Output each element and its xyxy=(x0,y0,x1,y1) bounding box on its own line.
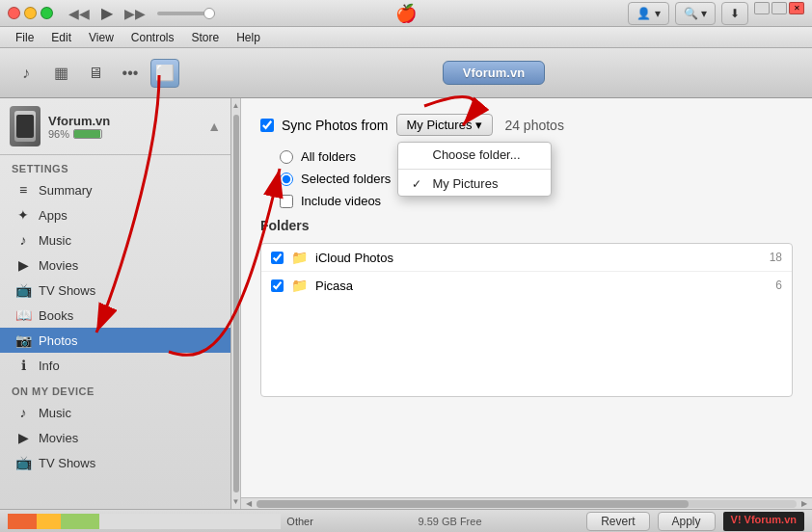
sidebar-label-movies-device: Movies xyxy=(39,431,78,445)
sidebar-scroll-up[interactable]: ▲ xyxy=(207,119,221,134)
win-control-2[interactable] xyxy=(771,2,787,14)
sidebar-label-info: Info xyxy=(39,359,60,373)
empty-check xyxy=(412,148,425,162)
music-icon[interactable]: ♪ xyxy=(12,59,41,88)
sidebar-item-music-device[interactable]: ♪ Music xyxy=(0,400,230,425)
device-info: Vforum.vn 96% ▲ xyxy=(0,98,230,155)
on-my-device-label: On My Device xyxy=(0,378,230,400)
video-icon[interactable]: ▦ xyxy=(46,59,75,88)
sidebar-item-apps[interactable]: ✦ Apps xyxy=(0,202,230,227)
sidebar-item-movies[interactable]: ▶ Movies xyxy=(0,253,230,278)
maximize-button[interactable] xyxy=(41,7,53,19)
icloud-check[interactable] xyxy=(271,252,284,264)
sidebar-item-summary[interactable]: ≡ Summary xyxy=(0,177,230,202)
sync-from-label: My Pictures xyxy=(407,118,473,132)
device-details: Vforum.vn 96% xyxy=(48,114,110,140)
battery-info: 96% xyxy=(48,128,110,140)
close-button[interactable] xyxy=(8,7,20,19)
nav-arrows: ◀◀ ▶ ▶▶ xyxy=(65,2,149,24)
radio-selected-input[interactable] xyxy=(280,173,293,186)
more-icon[interactable]: ••• xyxy=(116,59,145,88)
folder-icon-picasa: 📁 xyxy=(291,278,308,293)
sidebar-item-tvshows[interactable]: 📺 TV Shows xyxy=(0,278,230,303)
device-thumbnail xyxy=(10,106,41,146)
main-layout: Vforum.vn 96% ▲ Settings ≡ Summary ✦ App… xyxy=(0,98,812,509)
sidebar-item-music[interactable]: ♪ Music xyxy=(0,227,230,253)
h-scroll-left[interactable]: ◀ xyxy=(243,499,255,508)
folders-title: Folders xyxy=(260,218,793,233)
sidebar-label-music: Music xyxy=(39,233,71,248)
folders-list: 📁 iCloud Photos 18 📁 Picasa 6 xyxy=(260,243,793,397)
sidebar-scroll: Settings ≡ Summary ✦ Apps ♪ Music ▶ Movi… xyxy=(0,155,230,509)
folder-icon-icloud: 📁 xyxy=(291,250,308,265)
h-scrollbar: ◀ ▶ xyxy=(241,497,812,509)
menu-file[interactable]: File xyxy=(8,29,41,46)
forward-button[interactable]: ▶▶ xyxy=(121,2,149,24)
movies-device-icon: ▶ xyxy=(15,430,31,445)
checked-icon: ✓ xyxy=(412,177,425,191)
battery-bar xyxy=(73,129,102,139)
toolbar-icons: ♪ ▦ 🖥 ••• ⬜ xyxy=(12,59,179,88)
play-button[interactable]: ▶ xyxy=(95,2,119,24)
sync-from-button[interactable]: My Pictures ▾ Choose folder... ✓ My xyxy=(396,114,494,136)
storage-bar xyxy=(8,514,281,529)
dropdown-divider xyxy=(398,169,551,170)
folder-row-picasa: 📁 Picasa 6 xyxy=(261,272,792,299)
content-scroll-up[interactable]: ▲ xyxy=(231,98,242,113)
menu-bar: File Edit View Controls Store Help xyxy=(0,27,812,48)
include-videos-label: Include videos xyxy=(301,194,381,208)
tablet-icon[interactable]: ⬜ xyxy=(150,59,179,88)
picasa-check[interactable] xyxy=(271,279,284,292)
h-scroll-thumb[interactable] xyxy=(257,500,689,508)
h-scroll-right[interactable]: ▶ xyxy=(798,499,810,508)
brand-logo: V! Vforum.vn xyxy=(723,512,804,531)
music-segment xyxy=(8,514,37,529)
folder-count-icloud: 18 xyxy=(770,251,782,264)
sidebar-label-apps: Apps xyxy=(39,208,68,223)
menu-edit[interactable]: Edit xyxy=(43,29,79,46)
status-actions: Revert Apply V! Vforum.vn xyxy=(586,512,804,531)
win-control-3[interactable]: ✕ xyxy=(789,2,804,14)
apply-button[interactable]: Apply xyxy=(658,512,716,531)
sidebar-label-tvshows-device: TV Shows xyxy=(39,456,95,470)
include-videos-checkbox[interactable] xyxy=(280,195,293,208)
sync-photos-label: Sync Photos from xyxy=(282,118,389,133)
sync-checkbox[interactable] xyxy=(260,119,274,132)
minimize-button[interactable] xyxy=(24,7,37,19)
download-button[interactable]: ⬇ xyxy=(721,2,748,25)
apps-icon: ✦ xyxy=(15,207,31,223)
device-name: Vforum.vn xyxy=(48,114,110,128)
scroll-thumb[interactable] xyxy=(233,115,239,492)
menu-help[interactable]: Help xyxy=(229,29,268,46)
dropdown-my-pictures[interactable]: ✓ My Pictures xyxy=(398,172,551,196)
content-area: Sync Photos from My Pictures ▾ Choose fo… xyxy=(241,98,812,497)
revert-button[interactable]: Revert xyxy=(586,512,649,531)
account-button[interactable]: 👤 ▾ xyxy=(628,2,668,25)
dropdown-choose-folder[interactable]: Choose folder... xyxy=(398,143,551,167)
other-segment xyxy=(61,514,99,529)
volume-control[interactable] xyxy=(157,12,215,15)
sidebar: Vforum.vn 96% ▲ Settings ≡ Summary ✦ App… xyxy=(0,98,231,509)
sidebar-item-info[interactable]: ℹ Info xyxy=(0,353,230,378)
radio-all-input[interactable] xyxy=(280,150,293,164)
sidebar-item-tvshows-device[interactable]: 📺 TV Shows xyxy=(0,450,230,475)
win-control-1[interactable] xyxy=(754,2,770,14)
folder-name-icloud: iCloud Photos xyxy=(315,251,762,265)
sidebar-label-music-device: Music xyxy=(39,406,71,420)
menu-view[interactable]: View xyxy=(81,29,122,46)
folder-row-icloud: 📁 iCloud Photos 18 xyxy=(261,244,792,272)
radio-selected-label: Selected folders xyxy=(301,172,391,186)
sidebar-item-movies-device[interactable]: ▶ Movies xyxy=(0,425,230,450)
display-icon[interactable]: 🖥 xyxy=(81,59,110,88)
sidebar-label-photos: Photos xyxy=(39,333,77,348)
sidebar-label-tvshows: TV Shows xyxy=(39,283,95,298)
menu-store[interactable]: Store xyxy=(184,29,228,46)
photos-icon: 📷 xyxy=(15,332,31,348)
search-button[interactable]: 🔍 ▾ xyxy=(675,2,716,25)
status-bar: Other 9.59 GB Free Revert Apply V! Vforu… xyxy=(0,509,812,532)
content-scroll-down[interactable]: ▼ xyxy=(231,494,242,509)
menu-controls[interactable]: Controls xyxy=(123,29,182,46)
sidebar-item-photos[interactable]: 📷 Photos xyxy=(0,328,230,353)
sidebar-item-books[interactable]: 📖 Books xyxy=(0,303,230,328)
back-button[interactable]: ◀◀ xyxy=(65,2,94,24)
